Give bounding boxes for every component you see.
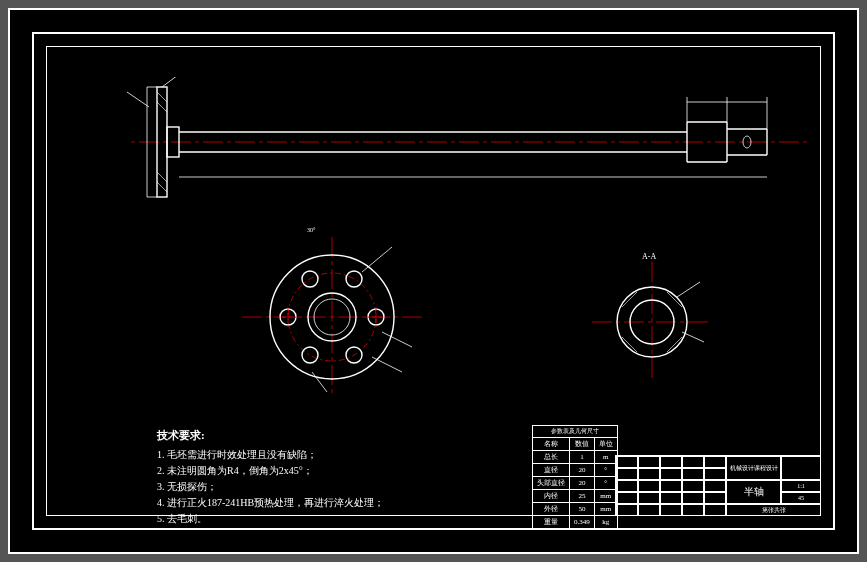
cell: 重量 bbox=[533, 516, 570, 529]
cell: ° bbox=[594, 477, 617, 490]
cell: 1 bbox=[570, 451, 595, 464]
svg-line-54 bbox=[667, 292, 682, 307]
param-header: 名称 bbox=[533, 438, 570, 451]
note-item: 进行正火187-241HB预热处理，再进行淬火处理； bbox=[157, 495, 384, 511]
note-item: 无损探伤； bbox=[157, 479, 384, 495]
section-label-aa: A-A bbox=[642, 252, 656, 261]
svg-point-36 bbox=[302, 347, 318, 363]
notes-title: 技术要求: bbox=[157, 427, 384, 443]
svg-point-37 bbox=[346, 271, 362, 287]
svg-line-46 bbox=[312, 372, 327, 392]
cell: 20 bbox=[570, 464, 595, 477]
parameter-table: 参数表及几何尺寸 名称 数值 单位 总长1m 直径20° 头部直径20° 内径2… bbox=[532, 425, 618, 529]
section-aa bbox=[592, 262, 712, 382]
svg-line-26 bbox=[127, 92, 149, 107]
param-header: 单位 bbox=[594, 438, 617, 451]
cell: 内径 bbox=[533, 490, 570, 503]
note-item: 毛坯需进行时效处理且没有缺陷； bbox=[157, 447, 384, 463]
cell: 20 bbox=[570, 477, 595, 490]
notes-list: 毛坯需进行时效处理且没有缺陷； 未注明圆角为R4，倒角为2x45°； 无损探伤；… bbox=[157, 447, 384, 527]
svg-line-7 bbox=[157, 182, 167, 192]
svg-line-44 bbox=[382, 332, 412, 347]
note-item: 未注明圆角为R4，倒角为2x45°； bbox=[157, 463, 384, 479]
tb-material: 45 bbox=[781, 492, 821, 504]
param-header: 数值 bbox=[570, 438, 595, 451]
svg-line-8 bbox=[157, 172, 167, 182]
flange-front-view bbox=[242, 237, 422, 397]
cell: kg bbox=[594, 516, 617, 529]
cell: 外径 bbox=[533, 503, 570, 516]
tb-sheet: 第张共张 bbox=[726, 504, 821, 516]
svg-line-55 bbox=[677, 282, 700, 297]
tb-scale: 1:1 bbox=[781, 480, 821, 492]
svg-line-45 bbox=[372, 357, 402, 372]
cell: 直径 bbox=[533, 464, 570, 477]
cell: mm bbox=[594, 490, 617, 503]
cell: 25 bbox=[570, 490, 595, 503]
cell: 头部直径 bbox=[533, 477, 570, 490]
cell: 总长 bbox=[533, 451, 570, 464]
svg-line-52 bbox=[667, 337, 682, 352]
svg-line-56 bbox=[682, 332, 704, 342]
cell: ° bbox=[594, 464, 617, 477]
tb-company: 机械设计课程设计 bbox=[726, 456, 781, 480]
technical-notes: 技术要求: 毛坯需进行时效处理且没有缺陷； 未注明圆角为R4，倒角为2x45°；… bbox=[157, 427, 384, 527]
cell: 0.349 bbox=[570, 516, 595, 529]
svg-line-5 bbox=[157, 92, 167, 102]
svg-line-43 bbox=[362, 247, 392, 272]
cad-viewport: 30° A-A 技术要求: bbox=[8, 8, 859, 554]
param-caption: 参数表及几何尺寸 bbox=[533, 426, 618, 438]
note-item: 去毛刺。 bbox=[157, 511, 384, 527]
title-block: 机械设计课程设计 半轴 1:1 45 第张共张 bbox=[615, 455, 820, 515]
svg-line-6 bbox=[157, 102, 167, 112]
cell: mm bbox=[594, 503, 617, 516]
svg-line-53 bbox=[622, 337, 637, 352]
cell: 50 bbox=[570, 503, 595, 516]
tb-drawing-no bbox=[781, 456, 821, 480]
drawing-border-inner: 30° A-A 技术要求: bbox=[46, 46, 821, 516]
svg-line-51 bbox=[622, 292, 637, 307]
svg-line-25 bbox=[162, 77, 182, 87]
drawing-border-outer: 30° A-A 技术要求: bbox=[32, 32, 835, 530]
dim-label: 30° bbox=[307, 227, 315, 233]
tb-part-name: 半轴 bbox=[726, 480, 781, 504]
shaft-side-view bbox=[127, 77, 807, 207]
cell: m bbox=[594, 451, 617, 464]
